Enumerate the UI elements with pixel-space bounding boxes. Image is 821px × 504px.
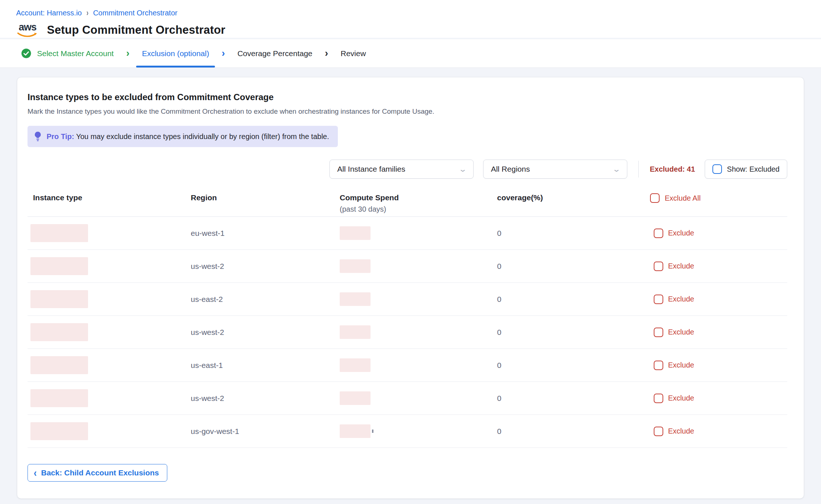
vertical-divider [638, 161, 639, 178]
table-header-row: Instance type Region Compute Spend (past… [28, 193, 787, 217]
step-label: Coverage Percentage [237, 49, 312, 58]
step-select-master-account[interactable]: Select Master Account [21, 39, 114, 67]
back-button[interactable]: ‹ Back: Child Account Exclusions [28, 464, 167, 482]
aws-logo-icon: aws [16, 22, 39, 38]
redacted-instance-type [30, 224, 88, 242]
coverage-cell: 0 [495, 361, 650, 370]
panel-subheading: Mark the Instance types you would like t… [28, 107, 787, 116]
page-header: Account: Harness.io › Commitment Orchest… [0, 0, 821, 38]
instance-families-value: All Instance families [337, 165, 405, 174]
coverage-cell: 0 [495, 295, 650, 304]
step-label: Select Master Account [37, 49, 114, 58]
chevron-right-icon: › [126, 39, 129, 67]
exclude-label: Exclude [668, 427, 694, 435]
coverage-cell: 0 [495, 427, 650, 436]
regions-value: All Regions [491, 165, 530, 174]
exclude-label: Exclude [668, 262, 694, 270]
table-row: us-east-2 0 Exclude [28, 283, 787, 316]
page-title: Setup Commitment Orchestrator [47, 23, 225, 37]
header-compute-spend: Compute Spend (past 30 days) [340, 193, 495, 213]
header-exclude-all: Exclude All [650, 193, 787, 203]
exclude-checkbox[interactable] [654, 328, 663, 337]
redacted-instance-type [30, 422, 88, 440]
region-cell: us-west-2 [188, 328, 340, 337]
exclude-label: Exclude [668, 229, 694, 237]
breadcrumb-separator-icon: › [87, 8, 88, 18]
step-review[interactable]: Review [341, 39, 366, 67]
step-label: Exclusion (optional) [142, 49, 209, 58]
show-excluded-toggle[interactable]: Show: Excluded [705, 160, 787, 179]
pro-tip-label: Pro Tip: [47, 132, 74, 140]
exclude-checkbox[interactable] [654, 394, 663, 403]
filter-row: All Instance families ⌄ All Regions ⌄ Ex… [28, 160, 787, 179]
header-region: Region [188, 193, 340, 202]
redacted-instance-type [30, 257, 88, 275]
redaction-remnant [372, 430, 373, 433]
region-cell: us-west-2 [188, 394, 340, 403]
region-cell: us-gov-west-1 [188, 427, 340, 436]
redacted-instance-type [30, 323, 88, 341]
redacted-instance-type [30, 356, 88, 374]
stepper: Select Master Account › Exclusion (optio… [0, 39, 821, 68]
chevron-right-icon: › [325, 39, 328, 67]
region-cell: us-east-2 [188, 295, 340, 304]
redacted-instance-type [30, 389, 88, 407]
exclude-checkbox[interactable] [654, 427, 663, 436]
table-row: us-west-2 0 Exclude [28, 382, 787, 415]
region-cell: eu-west-1 [188, 229, 340, 238]
exclude-checkbox[interactable] [654, 229, 663, 238]
header-coverage: coverage(%) [495, 193, 650, 202]
excluded-count: Excluded: 41 [650, 165, 695, 174]
instance-families-dropdown[interactable]: All Instance families ⌄ [329, 160, 474, 179]
coverage-cell: 0 [495, 328, 650, 337]
coverage-cell: 0 [495, 262, 650, 271]
redacted-compute-spend [340, 292, 371, 306]
breadcrumb: Account: Harness.io › Commitment Orchest… [16, 9, 821, 17]
table-row: eu-west-1 0 Exclude [28, 217, 787, 250]
redacted-compute-spend [340, 325, 371, 339]
breadcrumb-page-link[interactable]: Commitment Orchestrator [93, 9, 178, 17]
redacted-compute-spend [340, 259, 371, 273]
exclude-checkbox[interactable] [654, 262, 663, 271]
show-excluded-label: Show: Excluded [727, 165, 780, 174]
table-row: us-gov-west-1 0 Exclude [28, 415, 787, 448]
regions-dropdown[interactable]: All Regions ⌄ [483, 160, 627, 179]
redacted-compute-spend [340, 391, 371, 405]
header-instance-type: Instance type [28, 193, 188, 202]
redacted-compute-spend [340, 424, 371, 438]
step-coverage-percentage[interactable]: Coverage Percentage [237, 39, 312, 67]
pro-tip-text: You may exclude instance types individua… [76, 132, 329, 140]
exclude-all-label: Exclude All [665, 194, 701, 202]
exclude-checkbox[interactable] [654, 361, 663, 370]
back-button-label: Back: Child Account Exclusions [41, 468, 159, 477]
coverage-cell: 0 [495, 394, 650, 403]
breadcrumb-account-link[interactable]: Account: Harness.io [16, 9, 82, 17]
show-excluded-checkbox[interactable] [712, 164, 722, 174]
chevron-down-icon: ⌄ [612, 165, 621, 174]
pro-tip-banner: Pro Tip: You may exclude instance types … [28, 126, 338, 147]
redacted-compute-spend [340, 358, 371, 372]
exclude-all-checkbox[interactable] [650, 193, 660, 203]
check-circle-icon [21, 48, 31, 58]
lightbulb-icon [34, 131, 41, 142]
step-exclusion[interactable]: Exclusion (optional) [142, 39, 209, 67]
exclude-label: Exclude [668, 295, 694, 303]
chevron-left-icon: ‹ [34, 468, 37, 478]
exclude-checkbox[interactable] [654, 295, 663, 304]
step-label: Review [341, 49, 366, 58]
main-content: Instance types to be excluded from Commi… [0, 68, 821, 498]
exclusion-table: Instance type Region Compute Spend (past… [28, 193, 787, 448]
chevron-right-icon: › [222, 39, 225, 67]
region-cell: us-east-1 [188, 361, 340, 370]
header-compute-spend-sub: (past 30 days) [340, 205, 495, 213]
table-row: us-west-2 0 Exclude [28, 316, 787, 349]
chevron-down-icon: ⌄ [459, 165, 467, 174]
exclude-label: Exclude [668, 361, 694, 369]
redacted-instance-type [30, 290, 88, 308]
table-row: us-east-1 0 Exclude [28, 349, 787, 382]
exclude-label: Exclude [668, 394, 694, 402]
table-row: us-west-2 0 Exclude [28, 250, 787, 283]
redacted-compute-spend [340, 226, 371, 240]
exclusion-panel: Instance types to be excluded from Commi… [17, 77, 804, 498]
table-body: eu-west-1 0 Exclude us-west-2 0 Exclude … [28, 217, 787, 448]
